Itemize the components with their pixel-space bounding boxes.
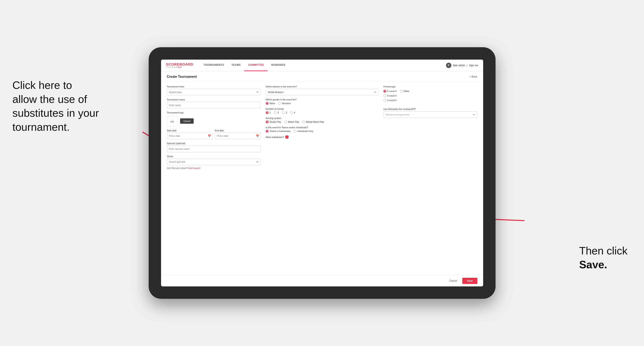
division-group: Which division is the event for? NCAA Di… (266, 85, 378, 95)
gender-mens-label: Mens (270, 102, 275, 105)
substitutes-checkbox[interactable]: ✓ (285, 136, 288, 139)
format-row-1: 5 count 4 Other (384, 90, 477, 93)
venue-help-text: Can't find your venue? (167, 167, 188, 169)
gender-womens-radio[interactable] (278, 102, 281, 105)
form-col-left: Tournament Host Tournament name Tourname… (167, 85, 261, 169)
form-body: Tournament Host Tournament name Tourname… (161, 81, 483, 173)
format-5count4-radio[interactable] (384, 90, 386, 93)
nav-tournaments[interactable]: TOURNAMENTS (200, 60, 228, 71)
substitutes-label: Allow substitutes? (266, 136, 284, 138)
format-5count4[interactable]: 5 count 4 (384, 90, 397, 93)
annotation-right: Then click Save. (579, 244, 628, 272)
form-col-right: Format type 5 count 4 Other (384, 85, 477, 169)
logo-powered: Powered by clippd (166, 66, 194, 68)
venue-label: Venue (167, 155, 261, 158)
save-button[interactable]: Save (462, 278, 477, 284)
scoring-medal-radio[interactable] (302, 120, 305, 123)
rounds-4[interactable]: 4 (290, 111, 295, 114)
gender-mens[interactable]: Mens (266, 102, 275, 105)
footer-bar: Cancel Save (161, 275, 483, 286)
rounds-4-radio[interactable] (290, 111, 293, 114)
individuals-only[interactable]: Individuals Only (294, 130, 314, 133)
gender-womens[interactable]: Womens (278, 102, 291, 105)
teams-plus-radio[interactable] (266, 130, 269, 133)
gender-mens-radio[interactable] (266, 102, 269, 105)
scoring-stroke[interactable]: Stroke Play (266, 120, 281, 123)
back-link[interactable]: < Back (470, 75, 477, 78)
end-date-input[interactable] (215, 133, 261, 139)
end-date-wrap: 📅 (215, 133, 261, 139)
calendar-icon-start: 📅 (208, 135, 211, 138)
annotation-left-text: Click here to allow the use of substitut… (12, 79, 99, 133)
rounds-1-label: 1 (270, 111, 271, 114)
scoring-system-group: Scoring system Stroke Play Match Play (266, 117, 378, 123)
tablet-frame: SCOREBOARD Powered by clippd TOURNAMENTS… (149, 47, 496, 299)
nav-committee[interactable]: COMMITTEE (244, 60, 268, 71)
rounds-1[interactable]: 1 (266, 111, 271, 114)
tournament-name-label: Tournament name (167, 98, 261, 101)
format-5count4-label: 5 count 4 (387, 90, 397, 92)
division-select[interactable]: NCAA Division I (266, 89, 378, 95)
scoring-match-label: Match Play (288, 121, 299, 123)
nav-teams[interactable]: TEAMS (228, 60, 244, 71)
scoring-api-select[interactable]: Select a scoring service (384, 111, 477, 118)
end-date-label: End date (215, 129, 261, 132)
sign-out-link[interactable]: Sign out (469, 64, 478, 67)
tournament-logo-label: Tournament logo (167, 111, 261, 114)
individuals-only-radio[interactable] (294, 130, 296, 133)
tournament-logo-group: Tournament logo ⛰ Upload (167, 111, 261, 126)
substitutes-group: Allow substitutes? ✓ (266, 136, 378, 139)
scoring-match[interactable]: Match Play (284, 120, 299, 123)
logo-placeholder-icon: ⛰ (167, 116, 178, 126)
substitutes-row: Allow substitutes? ✓ (266, 136, 378, 139)
rounds-radio-group: 1 2 3 4 (266, 111, 378, 114)
nav-rankings[interactable]: RANKINGS (268, 60, 289, 71)
start-date-field: Start date 📅 (167, 129, 213, 139)
annotation-right-bold: Save. (579, 259, 607, 271)
rounds-3-label: 3 (286, 111, 287, 114)
individuals-only-label: Individuals Only (297, 130, 314, 132)
format-6count5-radio[interactable] (384, 99, 386, 102)
rounds-2-radio[interactable] (274, 111, 277, 114)
format-other-radio[interactable] (400, 90, 403, 93)
format-6count4[interactable]: 6 count 4 (384, 94, 477, 97)
venue-input[interactable] (167, 159, 261, 165)
rounds-4-label: 4 (294, 111, 295, 114)
tournament-name-input[interactable] (167, 102, 261, 108)
logo-scoreboard: SCOREBOARD (166, 63, 194, 66)
logo-upload-area: ⛰ Upload (167, 116, 261, 126)
format-other[interactable]: Other (400, 90, 410, 93)
rounds-label: Number of rounds (266, 108, 378, 110)
tournament-host-input[interactable] (167, 89, 261, 95)
rounds-2[interactable]: 2 (274, 111, 279, 114)
end-date-field: End date 📅 (215, 129, 261, 139)
teams-group: Is this event for Teams and/or Individua… (266, 126, 378, 133)
nav-links: TOURNAMENTS TEAMS COMMITTEE RANKINGS (200, 60, 446, 71)
scoring-medal[interactable]: Medal Match Play (302, 120, 324, 123)
format-6count5-label: 6 count 5 (387, 99, 397, 101)
sponsor-input[interactable] (167, 146, 261, 152)
start-date-label: Start date (167, 129, 213, 132)
rounds-1-radio[interactable] (266, 111, 269, 114)
nav-right: B blair admin | Sign out (446, 63, 478, 68)
format-other-label: Other (404, 90, 410, 92)
rounds-group: Number of rounds 1 2 (266, 108, 378, 114)
scoring-match-radio[interactable] (284, 120, 287, 123)
scoring-stroke-radio[interactable] (266, 120, 269, 123)
cancel-button[interactable]: Cancel (446, 278, 460, 284)
teams-plus-label: Teams (+Individuals) (270, 130, 290, 132)
scoring-medal-label: Medal Match Play (306, 121, 324, 123)
logo-area: SCOREBOARD Powered by clippd (166, 63, 194, 68)
rounds-3-radio[interactable] (282, 111, 285, 114)
rounds-3[interactable]: 3 (282, 111, 287, 114)
user-name: blair admin (453, 64, 465, 67)
venue-email-link[interactable]: email support (188, 167, 200, 169)
scoring-system-label: Scoring system (266, 117, 378, 119)
start-date-input[interactable] (167, 133, 213, 139)
upload-button[interactable]: Upload (180, 118, 194, 124)
format-6count4-radio[interactable] (384, 94, 386, 97)
format-6count5[interactable]: 6 count 5 (384, 99, 477, 102)
annotation-right-line1: Then click (579, 245, 628, 257)
sponsor-label: Sponsor (optional) (167, 142, 261, 145)
teams-plus-individuals[interactable]: Teams (+Individuals) (266, 130, 290, 133)
